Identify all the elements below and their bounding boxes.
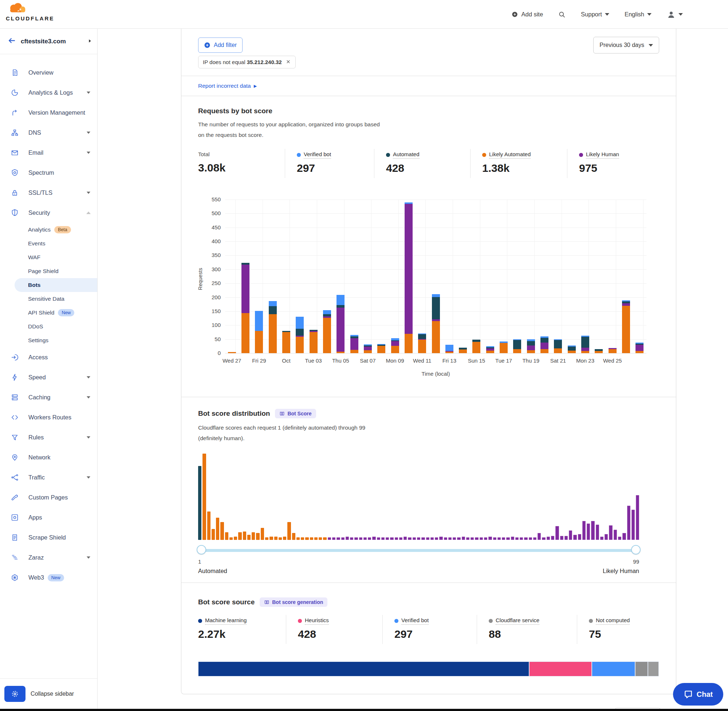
histogram-bar[interactable] xyxy=(256,533,259,540)
histogram-bar[interactable] xyxy=(283,537,286,540)
histogram-bar[interactable] xyxy=(234,537,237,540)
stacked-bar[interactable] xyxy=(296,199,304,353)
histogram-bar[interactable] xyxy=(506,537,509,540)
histogram-bar[interactable] xyxy=(627,506,631,540)
histogram-bar[interactable] xyxy=(421,537,425,540)
histogram-bar[interactable] xyxy=(323,537,326,540)
sidebar-item-email[interactable]: Email xyxy=(0,143,97,163)
histogram-bar[interactable] xyxy=(269,537,273,540)
stacked-bar[interactable] xyxy=(527,199,535,353)
stacked-bar[interactable] xyxy=(310,199,317,353)
stacked-bar[interactable] xyxy=(581,199,589,353)
histogram-bar[interactable] xyxy=(453,537,456,540)
histogram-bar[interactable] xyxy=(359,537,362,540)
stacked-bar[interactable] xyxy=(228,199,236,353)
histogram-bar[interactable] xyxy=(533,537,536,540)
sidebar-item-rules[interactable]: Rules xyxy=(0,428,97,447)
stacked-bar[interactable] xyxy=(568,199,576,353)
support-menu[interactable]: Support xyxy=(581,11,609,18)
histogram-bar[interactable] xyxy=(408,537,411,540)
remove-filter-button[interactable] xyxy=(285,59,291,65)
sidebar-item-dns[interactable]: DNS xyxy=(0,123,97,143)
histogram-bar[interactable] xyxy=(426,537,430,540)
histogram-bar[interactable] xyxy=(488,537,492,540)
sidebar-item-web3[interactable]: Web3New xyxy=(0,568,97,588)
histogram-bar[interactable] xyxy=(220,522,224,540)
stacked-bar[interactable] xyxy=(608,199,617,353)
sidebar-item-bots[interactable]: Bots xyxy=(15,278,97,292)
histogram-bar[interactable] xyxy=(381,537,385,540)
histogram-bar[interactable] xyxy=(457,537,460,540)
histogram-bar[interactable] xyxy=(261,528,264,540)
histogram-bar[interactable] xyxy=(484,537,487,540)
histogram-bar[interactable] xyxy=(578,534,581,540)
cloudflare-logo[interactable]: CLOUDFLARE xyxy=(6,2,53,22)
bot-score-histogram[interactable] xyxy=(198,454,639,540)
histogram-bar[interactable] xyxy=(614,530,617,540)
histogram-bar[interactable] xyxy=(480,537,483,540)
sidebar-item-analytics-logs[interactable]: Analytics & Logs xyxy=(0,83,97,103)
site-switcher-button[interactable] xyxy=(87,38,92,45)
sidebar-item-sensitive-data[interactable]: Sensitive Data xyxy=(0,292,97,306)
histogram-bar[interactable] xyxy=(430,537,434,540)
histogram-bar[interactable] xyxy=(515,537,518,540)
slider-handle-min[interactable] xyxy=(196,545,206,555)
sidebar-item-analytics[interactable]: AnalyticsBeta xyxy=(0,223,97,237)
histogram-bar[interactable] xyxy=(538,533,541,540)
sidebar-item-custom-pages[interactable]: Custom Pages xyxy=(0,487,97,507)
stacked-bar[interactable] xyxy=(241,199,250,353)
histogram-bar[interactable] xyxy=(551,536,554,540)
settings-button[interactable] xyxy=(4,686,25,702)
chat-button[interactable]: Chat xyxy=(673,683,723,705)
histogram-bar[interactable] xyxy=(511,537,514,540)
stacked-bar[interactable] xyxy=(350,199,358,353)
histogram-bar[interactable] xyxy=(587,524,590,540)
histogram-bar[interactable] xyxy=(216,518,219,540)
sidebar-item-caching[interactable]: Caching xyxy=(0,387,97,407)
sidebar-item-api-shield[interactable]: API ShieldNew xyxy=(0,306,97,320)
sidebar-item-ddos[interactable]: DDoS xyxy=(0,320,97,333)
sidebar-item-events[interactable]: Events xyxy=(0,237,97,251)
account-menu[interactable] xyxy=(667,10,683,19)
histogram-bar[interactable] xyxy=(265,537,269,540)
stacked-bar[interactable] xyxy=(473,199,480,353)
sidebar-item-access[interactable]: Access xyxy=(0,347,97,367)
histogram-bar[interactable] xyxy=(524,537,527,540)
histogram-bar[interactable] xyxy=(399,537,402,540)
histogram-bar[interactable] xyxy=(573,535,576,540)
stacked-bar[interactable] xyxy=(432,199,440,353)
histogram-bar[interactable] xyxy=(591,521,594,540)
histogram-bar[interactable] xyxy=(546,537,550,540)
stacked-bar[interactable] xyxy=(255,199,263,353)
bot-score-generation-badge[interactable]: Bot score generation xyxy=(260,597,328,607)
back-button[interactable] xyxy=(7,36,16,47)
source-segment[interactable] xyxy=(648,661,659,676)
histogram-bar[interactable] xyxy=(417,537,420,540)
histogram-bar[interactable] xyxy=(395,537,398,540)
histogram-bar[interactable] xyxy=(439,537,443,540)
histogram-bar[interactable] xyxy=(372,537,375,540)
histogram-bar[interactable] xyxy=(555,526,559,540)
histogram-bar[interactable] xyxy=(582,521,586,540)
histogram-bar[interactable] xyxy=(471,537,474,540)
histogram-bar[interactable] xyxy=(287,522,291,540)
stacked-bar[interactable] xyxy=(418,199,426,353)
histogram-bar[interactable] xyxy=(377,537,380,540)
histogram-bar[interactable] xyxy=(238,532,241,540)
histogram-bar[interactable] xyxy=(466,537,470,540)
sidebar-item-scrape-shield[interactable]: Scrape Shield xyxy=(0,528,97,547)
histogram-bar[interactable] xyxy=(413,537,416,540)
sidebar-item-spectrum[interactable]: Spectrum xyxy=(0,163,97,183)
histogram-bar[interactable] xyxy=(328,537,331,540)
histogram-bar[interactable] xyxy=(279,537,282,540)
histogram-bar[interactable] xyxy=(225,532,228,540)
histogram-bar[interactable] xyxy=(337,537,340,540)
sidebar-item-ssl-tls[interactable]: SSL/TLS xyxy=(0,183,97,203)
histogram-bar[interactable] xyxy=(305,537,309,540)
histogram-bar[interactable] xyxy=(252,532,255,540)
histogram-bar[interactable] xyxy=(202,454,206,540)
histogram-bar[interactable] xyxy=(475,537,478,540)
stacked-bar[interactable] xyxy=(554,199,562,353)
histogram-bar[interactable] xyxy=(297,537,300,540)
histogram-bar[interactable] xyxy=(198,466,201,540)
